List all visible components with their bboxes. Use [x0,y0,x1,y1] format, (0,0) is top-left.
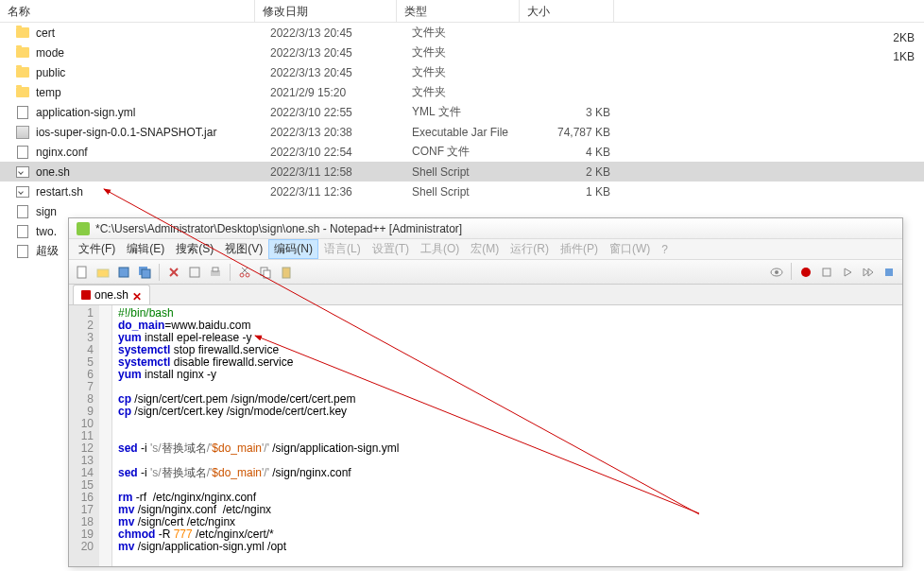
menu-item[interactable]: 搜索(S) [170,239,219,259]
cell-name: mode [36,46,270,60]
menu-item[interactable]: ? [656,241,674,258]
cell-date: 2021/2/9 15:20 [270,86,412,99]
cell-name: sign [36,205,270,218]
notepad-app-icon [77,222,90,235]
cell-date: 2022/3/11 12:58 [270,165,412,179]
paste-icon[interactable] [277,263,296,282]
code-area[interactable]: #!/bin/bashdo_main=www.baidu.comyum inst… [112,305,902,566]
tab-close-icon[interactable]: ✕ [132,290,142,300]
table-row[interactable]: cert2022/3/13 20:45文件夹 [0,23,924,43]
cell-name: public [36,66,270,79]
svg-rect-0 [77,267,86,278]
tab-one-sh[interactable]: one.sh ✕ [73,285,150,304]
table-row[interactable]: public2022/3/13 20:45文件夹 [0,62,924,82]
cell-name: temp [36,86,270,99]
cell-type: 文件夹 [412,44,535,61]
menu-item[interactable]: 视图(V) [219,239,268,259]
table-row[interactable]: temp2021/2/9 15:20文件夹 [0,82,924,102]
svg-point-19 [801,268,811,277]
menu-item[interactable]: 文件(F) [73,239,121,259]
save-all-icon[interactable] [135,263,154,282]
table-row[interactable]: application-sign.yml2022/3/10 22:55YML 文… [0,102,924,122]
svg-point-18 [775,270,779,274]
folder-icon [15,26,30,41]
doc-icon [15,244,30,259]
cell-size: 1 KB [535,185,629,199]
cell-type: CONF 文件 [412,144,535,160]
cell-type: Executable Jar File [412,126,535,139]
svg-marker-22 [864,268,868,276]
close-icon[interactable] [164,263,183,282]
menu-item[interactable]: 运行(R) [505,239,555,259]
cell-date: 2022/3/13 20:45 [270,66,412,79]
menu-item[interactable]: 窗口(W) [604,239,656,259]
folder-icon [15,65,30,80]
menu-item[interactable]: 插件(P) [555,239,604,259]
cell-name: one.sh [36,165,270,179]
menu-item[interactable]: 工具(O) [415,239,465,259]
window-titlebar[interactable]: *C:\Users\Administrator\Desktop\sign\one… [69,218,902,239]
cell-size: 2 KB [535,165,629,179]
save-icon[interactable] [114,263,133,282]
cell-name: ios-super-sign-0.0.1-SNAPSHOT.jar [36,126,270,139]
svg-rect-7 [190,268,199,277]
cell-type: 文件夹 [412,25,535,41]
table-row[interactable]: restart.sh2022/3/11 12:36Shell Script1 K… [0,182,924,201]
modified-indicator-icon [81,290,91,300]
eye-icon[interactable] [767,263,786,282]
stop-icon[interactable] [817,263,836,282]
table-row[interactable]: ios-super-sign-0.0.1-SNAPSHOT.jar2022/3/… [0,122,924,142]
svg-rect-16 [282,268,290,278]
menu-item[interactable]: 宏(M) [465,239,505,259]
table-row[interactable]: mode2022/3/13 20:45文件夹 [0,43,924,62]
col-header-name[interactable]: 名称 [0,0,255,22]
cell-name: cert [36,26,270,40]
cut-icon[interactable] [235,263,254,282]
cell-name: restart.sh [36,185,270,199]
record-icon[interactable] [796,263,815,282]
fold-margin [99,305,112,566]
menu-item[interactable]: 语言(L) [318,239,367,259]
new-file-icon[interactable] [73,263,92,282]
doc-icon [15,105,30,120]
menu-item[interactable]: 编码(N) [268,239,318,259]
print-icon[interactable] [206,263,225,282]
play-icon[interactable] [838,263,857,282]
cell-date: 2022/3/11 12:36 [270,185,412,199]
tab-label: one.sh [94,288,128,302]
save-macro-icon[interactable] [880,263,898,282]
cell-size: 3 KB [535,106,629,119]
col-header-date[interactable]: 修改日期 [255,0,397,22]
cell-date: 2022/3/13 20:45 [270,46,412,60]
notepad-window: *C:\Users\Administrator\Desktop\sign\one… [68,217,903,567]
toolbar-separator [159,264,160,281]
table-row[interactable]: nginx.conf2022/3/10 22:54CONF 文件4 KB [0,142,924,162]
close-all-icon[interactable] [185,263,204,282]
svg-point-10 [240,273,244,277]
right-size-2: 1KB [893,47,915,66]
col-header-size[interactable]: 大小 [520,0,614,22]
jar-icon [15,125,30,140]
cell-type: Shell Script [412,165,535,179]
menu-item[interactable]: 编辑(E) [121,239,170,259]
svg-rect-20 [823,268,830,276]
cell-type: 文件夹 [412,84,535,100]
sh-icon [15,164,30,180]
cell-size: 74,787 KB [535,126,629,139]
editor[interactable]: 1234567891011121314151617181920 #!/bin/b… [69,305,902,566]
open-file-icon[interactable] [94,263,112,282]
right-pane-sizes: 2KB 1KB [893,28,915,66]
col-header-type[interactable]: 类型 [397,0,520,22]
fast-forward-icon[interactable] [859,263,878,282]
toolbar-separator [791,263,792,280]
copy-icon[interactable] [256,263,275,282]
svg-rect-9 [213,268,218,271]
cell-type: YML 文件 [412,104,535,120]
menu-item[interactable]: 设置(T) [367,239,415,259]
toolbar [69,260,902,285]
cell-date: 2022/3/10 22:54 [270,146,412,159]
cell-name: application-sign.yml [36,106,270,119]
cell-date: 2022/3/13 20:38 [270,126,412,139]
table-row[interactable]: one.sh2022/3/11 12:58Shell Script2 KB [0,162,924,182]
doc-icon [15,204,30,219]
